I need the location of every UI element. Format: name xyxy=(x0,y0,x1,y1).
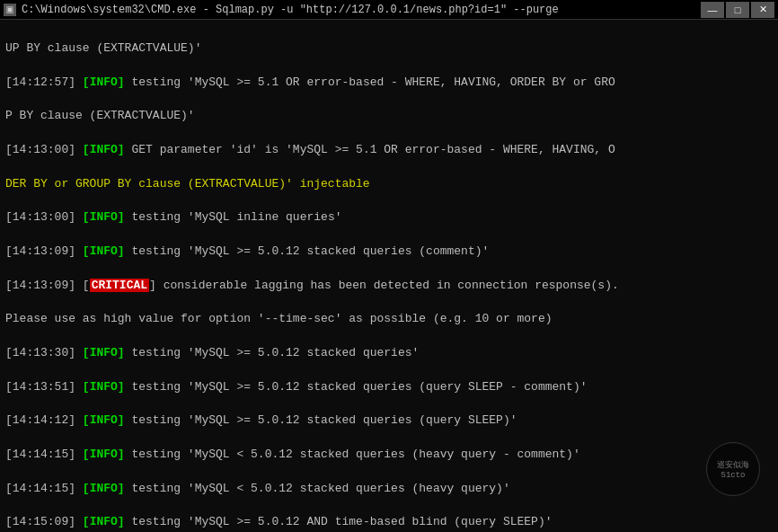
title-bar-left: ▣ C:\Windows\system32\CMD.exe - Sqlmap.p… xyxy=(4,4,559,16)
watermark-inner: 巡安似海 51cto xyxy=(706,442,760,496)
terminal-line: [14:13:09] [CRITICAL] considerable laggi… xyxy=(5,278,773,295)
terminal-line: UP BY clause (EXTRACTVALUE)' xyxy=(5,40,773,58)
terminal-line: [14:13:00] [INFO] testing 'MySQL inline … xyxy=(5,209,773,226)
terminal-line: [14:13:09] [INFO] testing 'MySQL >= 5.0.… xyxy=(5,244,773,261)
title-bar: ▣ C:\Windows\system32\CMD.exe - Sqlmap.p… xyxy=(0,0,778,20)
watermark-line2: 51cto xyxy=(721,471,745,480)
terminal-line: [14:14:15] [INFO] testing 'MySQL < 5.0.1… xyxy=(5,481,773,498)
terminal-line: DER BY or GROUP BY clause (EXTRACTVALUE)… xyxy=(5,176,773,193)
terminal-line: [14:14:12] [INFO] testing 'MySQL >= 5.0.… xyxy=(5,412,773,430)
terminal-line: [14:13:51] [INFO] testing 'MySQL >= 5.0.… xyxy=(5,379,773,396)
terminal-line: P BY clause (EXTRACTVALUE)' xyxy=(5,108,773,125)
watermark: 巡安似海 51cto xyxy=(706,442,760,496)
terminal-line: [14:13:30] [INFO] testing 'MySQL >= 5.0.… xyxy=(5,345,773,362)
terminal-line: [14:14:15] [INFO] testing 'MySQL < 5.0.1… xyxy=(5,447,773,464)
terminal-line: [14:15:09] [INFO] testing 'MySQL >= 5.0.… xyxy=(5,514,773,531)
terminal-body: UP BY clause (EXTRACTVALUE)' [14:12:57] … xyxy=(0,20,778,532)
terminal-line: Please use as high value for option '--t… xyxy=(5,311,773,328)
terminal-line: [14:13:00] [INFO] GET parameter 'id' is … xyxy=(5,142,773,159)
window-title: C:\Windows\system32\CMD.exe - Sqlmap.py … xyxy=(22,4,559,16)
terminal-line: [14:12:57] [INFO] testing 'MySQL >= 5.1 … xyxy=(5,75,773,92)
close-button[interactable]: ✕ xyxy=(751,2,774,18)
cmd-icon: ▣ xyxy=(4,4,16,16)
minimize-button[interactable]: — xyxy=(701,2,724,18)
maximize-button[interactable]: □ xyxy=(726,2,749,18)
window-controls: — □ ✕ xyxy=(701,2,774,18)
watermark-line1: 巡安似海 xyxy=(717,459,749,471)
